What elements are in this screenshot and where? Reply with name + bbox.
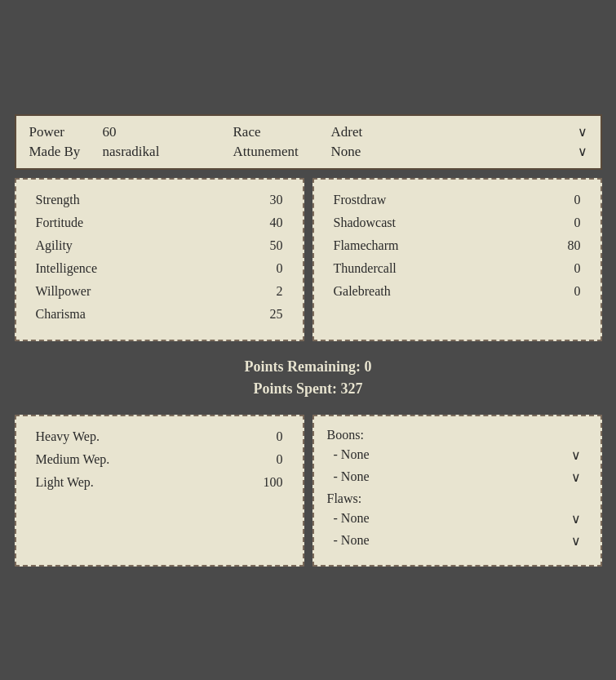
- madeby-label: Made By: [29, 144, 103, 160]
- galebreath-label: Galebreath: [334, 284, 391, 299]
- stat-row-galebreath: Galebreath 0: [327, 282, 587, 300]
- boon2-label: - None: [334, 469, 571, 484]
- power-label: Power: [29, 124, 103, 140]
- attunement-value: None: [331, 144, 574, 160]
- stat-row-frostdraw: Frostdraw 0: [327, 191, 587, 209]
- stat-row-intelligence: Intelligence 0: [29, 260, 290, 278]
- main-container: Power 60 Race Adret ∨ Made By nasradikal…: [15, 114, 602, 567]
- flaw1-dropdown-icon[interactable]: ∨: [571, 511, 581, 527]
- power-row: Power 60 Race Adret ∨: [29, 124, 587, 140]
- left-stats-panel: Strength 30 Fortitude 40 Agility 50 Inte…: [15, 178, 304, 341]
- fortitude-label: Fortitude: [36, 216, 84, 230]
- willpower-value: 2: [259, 284, 283, 299]
- strength-label: Strength: [36, 193, 80, 207]
- stat-row-fortitude: Fortitude 40: [29, 214, 290, 232]
- points-spent: Points Spent: 327: [15, 378, 602, 400]
- stat-row-agility: Agility 50: [29, 237, 290, 255]
- flaw2-row[interactable]: - None ∨: [327, 531, 587, 550]
- flamecharm-value: 80: [556, 238, 581, 253]
- race-label: Race: [233, 124, 331, 140]
- stat-row-thundercall: Thundercall 0: [327, 260, 587, 278]
- middle-row: Strength 30 Fortitude 40 Agility 50 Inte…: [15, 178, 602, 341]
- boon1-label: - None: [334, 447, 571, 462]
- agility-label: Agility: [36, 238, 73, 253]
- intelligence-label: Intelligence: [36, 261, 98, 276]
- flaws-section-label: Flaws:: [327, 491, 587, 506]
- charisma-value: 25: [259, 307, 283, 322]
- points-section: Points Remaining: 0 Points Spent: 327: [15, 349, 602, 407]
- attunement-dropdown-icon[interactable]: ∨: [578, 144, 587, 159]
- bottom-row: Heavy Wep. 0 Medium Wep. 0 Light Wep. 10…: [15, 415, 602, 567]
- flaw2-label: - None: [334, 533, 571, 548]
- medium-wep-label: Medium Wep.: [36, 452, 110, 467]
- stat-row-willpower: Willpower 2: [29, 282, 290, 300]
- intelligence-value: 0: [259, 261, 283, 276]
- flamecharm-label: Flamecharm: [334, 238, 399, 253]
- boons-section-label: Boons:: [327, 428, 587, 442]
- light-wep-row: Light Wep. 100: [29, 473, 290, 491]
- light-wep-label: Light Wep.: [36, 475, 94, 490]
- madeby-row: Made By nasradikal Attunement None ∨: [29, 144, 587, 160]
- madeby-value: nasradikal: [103, 144, 233, 160]
- frostdraw-label: Frostdraw: [334, 193, 387, 207]
- charisma-label: Charisma: [36, 307, 86, 322]
- points-remaining: Points Remaining: 0: [15, 356, 602, 378]
- light-wep-value: 100: [259, 475, 283, 490]
- willpower-label: Willpower: [36, 284, 91, 299]
- race-value: Adret: [331, 124, 574, 140]
- frostdraw-value: 0: [556, 193, 581, 207]
- thundercall-value: 0: [556, 261, 581, 276]
- stat-row-charisma: Charisma 25: [29, 305, 290, 323]
- stat-row-flamecharm: Flamecharm 80: [327, 237, 587, 255]
- boon2-dropdown-icon[interactable]: ∨: [571, 469, 581, 485]
- boon1-dropdown-icon[interactable]: ∨: [571, 447, 581, 463]
- shadowcast-value: 0: [556, 216, 581, 230]
- flaw2-dropdown-icon[interactable]: ∨: [571, 533, 581, 549]
- stat-row-shadowcast: Shadowcast 0: [327, 214, 587, 232]
- boon-panel: Boons: - None ∨ - None ∨ Flaws: - None ∨…: [312, 415, 602, 567]
- attunement-label: Attunement: [233, 144, 331, 160]
- right-stats-panel: Frostdraw 0 Shadowcast 0 Flamecharm 80 T…: [312, 178, 602, 341]
- galebreath-value: 0: [556, 284, 581, 299]
- heavy-wep-row: Heavy Wep. 0: [29, 428, 290, 446]
- power-value: 60: [103, 124, 233, 140]
- shadowcast-label: Shadowcast: [334, 216, 396, 230]
- stat-row-strength: Strength 30: [29, 191, 290, 209]
- flaw1-label: - None: [334, 511, 571, 526]
- heavy-wep-value: 0: [259, 429, 283, 444]
- heavy-wep-label: Heavy Wep.: [36, 429, 100, 444]
- top-panel: Power 60 Race Adret ∨ Made By nasradikal…: [15, 114, 602, 170]
- agility-value: 50: [259, 238, 283, 253]
- strength-value: 30: [259, 193, 283, 207]
- flaw1-row[interactable]: - None ∨: [327, 509, 587, 528]
- race-dropdown-icon[interactable]: ∨: [578, 124, 587, 140]
- thundercall-label: Thundercall: [334, 261, 397, 276]
- weapon-panel: Heavy Wep. 0 Medium Wep. 0 Light Wep. 10…: [15, 415, 304, 567]
- medium-wep-row: Medium Wep. 0: [29, 451, 290, 469]
- boon1-row[interactable]: - None ∨: [327, 446, 587, 464]
- medium-wep-value: 0: [259, 452, 283, 467]
- boon2-row[interactable]: - None ∨: [327, 468, 587, 487]
- fortitude-value: 40: [259, 216, 283, 230]
